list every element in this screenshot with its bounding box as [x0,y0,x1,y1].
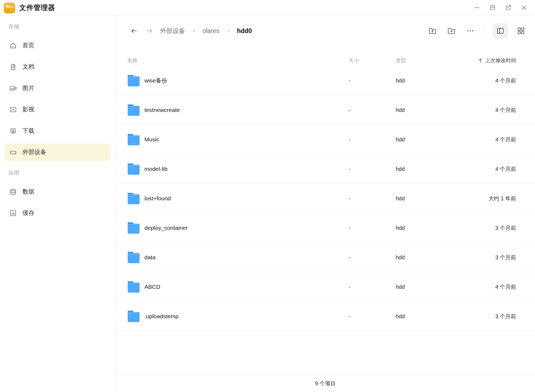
toolbar [427,23,527,38]
title-bar: 文件管理器 [0,0,535,16]
table-row[interactable]: testnewcreate - hdd 4 个月前 [116,95,535,125]
table-row[interactable]: deploy_container - hdd 3 个月前 [116,213,535,243]
file-size: - [349,195,396,202]
file-size: - [349,284,396,290]
file-size: - [349,137,396,143]
column-header-modified[interactable]: 上次修改时间 [478,57,516,64]
file-name: ABCD [144,284,160,290]
image-icon [9,85,17,92]
file-modified: 4 个月前 [495,136,516,143]
table-row[interactable]: .uploadstemp - hdd 3 个月前 [116,302,535,331]
file-modified: 4 个月前 [495,77,516,84]
column-header-modified-label: 上次修改时间 [485,57,516,64]
folder-upload-icon[interactable] [427,25,438,37]
file-modified: 3 个月前 [495,313,516,320]
file-modified: 4 个月前 [495,165,516,173]
file-modified: 3 个月前 [495,254,516,261]
maximize-icon[interactable] [489,4,496,11]
breadcrumb-item-olares[interactable]: olares [203,27,220,35]
file-size: - [349,78,396,84]
minimize-icon[interactable] [474,4,480,11]
file-list: wise备份 - hdd 4 个月前 testnewcreate [116,66,535,331]
folder-icon [127,193,140,204]
sidebar-item-external-devices[interactable]: 外部设备 [5,144,111,161]
file-name: wise备份 [144,77,167,84]
folder-icon [127,104,140,116]
sidebar-item-cache[interactable]: 缓存 [5,204,111,222]
sidebar-item-home[interactable]: 首页 [5,37,111,54]
file-name: testnewcreate [144,107,180,113]
table-row[interactable]: wise备份 - hdd 4 个月前 [116,66,535,95]
file-type: hdd [396,195,435,202]
table-row[interactable]: model-lib - hdd 4 个月前 [116,154,535,184]
column-header-size[interactable]: 大小 [349,57,396,64]
panel-view-icon[interactable] [493,23,508,38]
database-icon [9,188,17,195]
file-name: model-lib [144,166,167,172]
column-header-name[interactable]: 名称 [127,57,349,64]
file-name: lost+found [144,195,171,202]
sidebar-item-pictures[interactable]: 图片 [5,79,111,97]
table-row[interactable]: lost+found - hdd 大约 1 年前 [116,184,535,213]
home-icon [9,42,17,49]
sidebar-item-label: 下载 [22,127,34,135]
file-modified: 4 个月前 [495,283,516,291]
sidebar-item-videos[interactable]: 影视 [5,101,111,118]
folder-plus-icon[interactable] [445,25,457,37]
file-modified: 大约 1 年前 [488,195,516,202]
sidebar-item-downloads[interactable]: 下载 [5,122,111,139]
breadcrumb-item-current: hdd0 [237,27,252,35]
main-panel: 外部设备 › olares › hdd0 [116,16,535,392]
sort-ascending-icon [478,58,483,63]
breadcrumb: 外部设备 › olares › hdd0 [160,27,252,35]
app-title: 文件管理器 [19,3,55,12]
file-name: data [144,254,156,261]
folder-icon [127,311,140,322]
file-type: hdd [396,284,435,290]
forward-arrow-icon[interactable] [146,27,154,35]
file-type: hdd [396,166,435,172]
sidebar-item-data[interactable]: 数据 [5,183,111,200]
sidebar: 存储 首页 文档 [0,16,116,392]
sidebar-item-documents[interactable]: 文档 [5,58,111,75]
file-size: - [349,254,396,261]
folder-icon [127,222,140,234]
file-type: hdd [396,313,435,320]
file-size: - [349,107,396,113]
file-type: hdd [396,78,435,84]
file-type: hdd [396,107,435,113]
download-icon [9,127,17,135]
app-folder-icon [4,2,15,14]
grid-view-icon[interactable] [515,25,527,37]
sidebar-item-label: 外部设备 [22,148,46,156]
sidebar-item-label: 文档 [22,63,34,71]
file-type: hdd [396,137,435,143]
sidebar-item-label: 图片 [22,84,34,92]
toolbar-divider [484,26,485,36]
breadcrumb-item-external-devices[interactable]: 外部设备 [160,27,185,35]
table-row[interactable]: data - hdd 3 个月前 [116,243,535,272]
folder-icon [127,163,140,175]
more-icon[interactable] [464,25,476,37]
folder-icon [127,252,140,263]
file-type: hdd [396,225,435,231]
table-row[interactable]: Music - hdd 4 个月前 [116,125,535,154]
item-count: 9 个项目 [315,380,336,387]
table-header: 名称 大小 类型 上次修改时间 [116,55,535,66]
popout-icon[interactable] [505,4,512,11]
folder-icon [127,281,140,293]
file-size: - [349,166,396,172]
window-controls [474,4,527,11]
navigation-bar: 外部设备 › olares › hdd0 [116,16,535,46]
file-name: Music [144,136,159,143]
video-icon [9,106,17,113]
column-header-type[interactable]: 类型 [396,57,435,64]
close-icon[interactable] [521,4,527,11]
document-icon [9,63,17,71]
back-arrow-icon[interactable] [130,27,138,35]
breadcrumb-separator: › [193,27,195,34]
table-row[interactable]: ABCD - hdd 4 个月前 [116,272,535,302]
folder-icon [127,75,140,87]
hard-drive-icon [9,149,17,156]
file-modified: 4 个月前 [495,107,516,114]
